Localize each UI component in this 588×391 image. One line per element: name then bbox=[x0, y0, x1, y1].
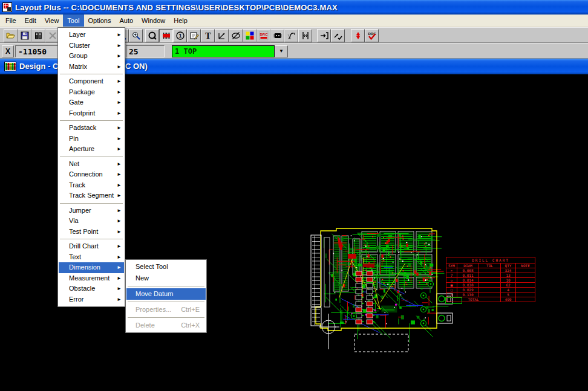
spacing-button[interactable] bbox=[298, 29, 312, 42]
tool-menu-item-track-segment[interactable]: Track Segment► bbox=[59, 190, 124, 201]
submenu-arrow-icon: ► bbox=[117, 273, 122, 284]
menu-item-label: Connection bbox=[69, 169, 103, 180]
submenu-arrow-icon: ► bbox=[117, 227, 122, 238]
tool-menu-item-cluster[interactable]: Cluster► bbox=[59, 40, 124, 51]
component-socket-icon bbox=[273, 31, 283, 40]
tool-menu-item-group[interactable]: Group► bbox=[59, 51, 124, 62]
reroute-icon bbox=[287, 31, 296, 40]
open-folder-button[interactable] bbox=[4, 29, 18, 42]
menu-view[interactable]: View bbox=[41, 15, 64, 27]
drill-chart-header: TOL bbox=[479, 263, 501, 268]
menu-item-label: Pin bbox=[69, 134, 79, 144]
zoom-in-button[interactable] bbox=[129, 29, 143, 42]
tool-menu-item-via[interactable]: Via► bbox=[59, 216, 124, 227]
submenu-arrow-icon: ► bbox=[117, 108, 122, 119]
component-button[interactable] bbox=[159, 29, 173, 42]
obstacle-icon bbox=[231, 31, 241, 40]
test-point-button[interactable] bbox=[351, 29, 365, 42]
x-coordinate-field[interactable]: -11050 bbox=[15, 45, 60, 57]
submenu-arrow-icon: ► bbox=[117, 87, 122, 98]
save-button[interactable] bbox=[18, 29, 31, 42]
tool-menu-item-gate[interactable]: Gate► bbox=[59, 97, 124, 108]
layer-selector-value: 1 TOP bbox=[175, 47, 197, 56]
edit-note-button[interactable] bbox=[187, 29, 201, 42]
title-bar[interactable]: Layout Plus -- C:\DOCUMENTS AND SETTINGS… bbox=[0, 0, 588, 15]
test-point-icon bbox=[353, 31, 363, 40]
drill-chart-row: ◇0.01410 bbox=[446, 278, 535, 283]
tool-menu-item-package[interactable]: Package► bbox=[59, 87, 124, 98]
layer-dropdown-arrow-button[interactable]: ▼ bbox=[275, 45, 288, 57]
menu-help[interactable]: Help bbox=[169, 15, 192, 27]
dimension-submenu-popup: Select ToolNewMove DatumProperties...Ctr… bbox=[125, 259, 207, 333]
tool-menu-item-padstack[interactable]: Padstack► bbox=[59, 123, 124, 134]
layer-selector[interactable]: 1 TOP bbox=[172, 45, 275, 57]
menu-tool[interactable]: Tool bbox=[63, 15, 83, 27]
menu-separator bbox=[128, 286, 204, 286]
submenu-arrow-icon: ► bbox=[117, 51, 122, 62]
query-button[interactable] bbox=[145, 29, 159, 42]
menu-file[interactable]: File bbox=[1, 15, 21, 27]
drc-box-button[interactable]: DRC bbox=[256, 29, 270, 42]
tool-menu-item-footprint[interactable]: Footprint► bbox=[59, 108, 124, 119]
tool-menu-item-pin[interactable]: Pin► bbox=[59, 134, 124, 144]
menu-item-label: Cluster bbox=[69, 40, 90, 51]
save-icon bbox=[20, 31, 30, 40]
drc-check-button[interactable]: DRC bbox=[365, 29, 379, 42]
menu-edit[interactable]: Edit bbox=[21, 15, 41, 27]
tool-menu-popup: Layer►Cluster►Group►Matrix►Component►Pac… bbox=[57, 27, 125, 307]
color-palette-button[interactable] bbox=[243, 29, 256, 42]
submenu-arrow-icon: ► bbox=[117, 294, 122, 305]
x-coord-button[interactable]: X bbox=[2, 45, 14, 57]
submenu-arrow-icon: ► bbox=[117, 134, 122, 144]
obstacle-button[interactable] bbox=[229, 29, 243, 42]
route-done-button[interactable] bbox=[331, 29, 345, 42]
menu-item-label: Matrix bbox=[69, 62, 87, 73]
submenu-arrow-icon: ► bbox=[117, 76, 122, 87]
tool-menu-item-error[interactable]: Error► bbox=[59, 294, 124, 305]
component-socket-button[interactable] bbox=[270, 29, 284, 42]
menu-auto[interactable]: Auto bbox=[115, 15, 137, 27]
dimension-menu-item-move-datum[interactable]: Move Datum bbox=[126, 288, 206, 300]
drill-chart-row: □0.0294 bbox=[446, 288, 535, 292]
menu-item-label: Aperture bbox=[69, 144, 94, 155]
tool-menu-item-matrix[interactable]: Matrix► bbox=[59, 62, 124, 73]
reroute-button[interactable] bbox=[284, 29, 298, 42]
drill-chart-row: >0.008324 bbox=[446, 268, 535, 273]
menu-options[interactable]: Options bbox=[84, 15, 116, 27]
menu-item-label: Properties... bbox=[136, 304, 171, 315]
window-title: Layout Plus -- C:\DOCUMENTS AND SETTINGS… bbox=[15, 3, 338, 12]
text-button[interactable]: T bbox=[201, 29, 215, 42]
menu-window[interactable]: Window bbox=[137, 15, 169, 27]
dimension-tool-button[interactable] bbox=[215, 29, 229, 42]
drill-chart-table: DRILL CHARTSYMDIAMTOLQTYNOTE>0.00832470.… bbox=[446, 257, 535, 302]
spacing-icon bbox=[301, 31, 310, 40]
chevron-down-icon: ▼ bbox=[279, 48, 284, 54]
tool-menu-item-measurement[interactable]: Measurement► bbox=[59, 273, 124, 284]
tool-menu-item-test-point[interactable]: Test Point► bbox=[59, 227, 124, 238]
grid-field[interactable]: 25 bbox=[126, 45, 165, 57]
menu-separator bbox=[60, 74, 123, 74]
tool-menu-item-track[interactable]: Track► bbox=[59, 180, 124, 191]
dimension-menu-item-select-tool[interactable]: Select Tool bbox=[126, 261, 206, 273]
tool-menu-item-drill-chart[interactable]: Drill Chart► bbox=[59, 241, 124, 252]
tool-menu-item-dimension[interactable]: Dimension► bbox=[59, 262, 124, 273]
route-in-button[interactable] bbox=[317, 29, 331, 42]
drc-box-icon: DRC bbox=[259, 31, 269, 40]
tool-menu-item-connection[interactable]: Connection► bbox=[59, 169, 124, 180]
tool-menu-item-net[interactable]: Net► bbox=[59, 159, 124, 170]
tool-menu-item-layer[interactable]: Layer► bbox=[59, 30, 124, 40]
menu-item-label: Via bbox=[69, 216, 79, 227]
drill-chart-row: ✕0.1305 bbox=[446, 292, 535, 297]
tool-menu-item-aperture[interactable]: Aperture► bbox=[59, 144, 124, 155]
tool-menu-item-obstacle[interactable]: Obstacle► bbox=[59, 283, 124, 294]
tool-menu-item-component[interactable]: Component► bbox=[59, 76, 124, 87]
menu-separator bbox=[60, 239, 123, 239]
library-icon bbox=[34, 31, 44, 40]
pin-number-button[interactable]: 1 bbox=[173, 29, 187, 42]
tool-menu-item-text[interactable]: Text► bbox=[59, 252, 124, 263]
menu-separator bbox=[60, 203, 123, 204]
dimension-menu-item-new[interactable]: New bbox=[126, 273, 206, 284]
tool-menu-item-jumper[interactable]: Jumper► bbox=[59, 205, 124, 216]
submenu-arrow-icon: ► bbox=[117, 62, 122, 73]
library-button[interactable] bbox=[31, 29, 45, 42]
